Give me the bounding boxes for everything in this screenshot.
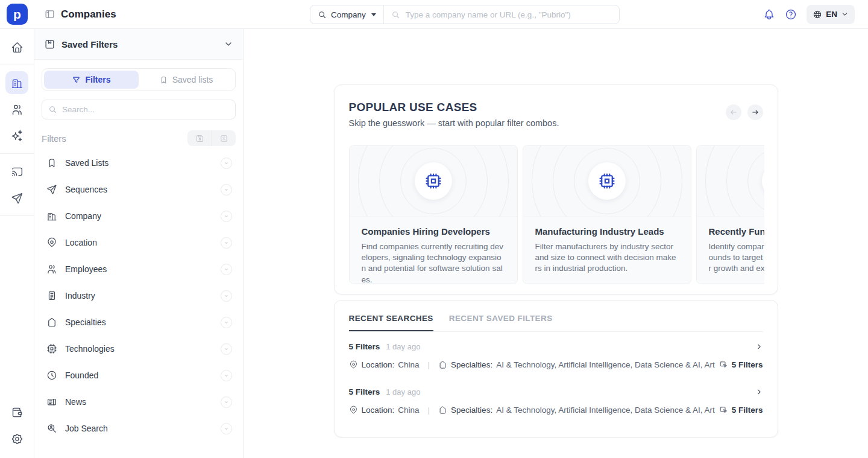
map-pin-icon (349, 406, 358, 415)
wallet-icon (11, 406, 24, 419)
saved-filters-header[interactable]: Saved Filters (34, 29, 243, 60)
filter-row-company[interactable]: Company (42, 203, 236, 229)
search-scope-dropdown[interactable]: Company (310, 5, 384, 24)
popular-title: POPULAR USE CASES (349, 101, 559, 114)
carousel-next-button[interactable] (747, 104, 763, 120)
cast-icon (11, 165, 24, 178)
cpu-icon (598, 172, 616, 190)
buildings-icon (11, 77, 24, 89)
expand-chevron-icon[interactable] (221, 423, 232, 434)
notifications-bell-icon[interactable] (763, 8, 775, 21)
expand-chevron-icon[interactable] (221, 290, 232, 302)
select-box-icon (719, 406, 728, 415)
filter-row-specialties[interactable]: Specialties (42, 309, 236, 336)
clear-filters-button[interactable] (212, 130, 236, 146)
use-case-card-manufacturing-leads[interactable]: Manufacturing Industry Leads Filter manu… (523, 145, 691, 284)
filter-row-founded[interactable]: Founded (42, 362, 236, 389)
sidebar-search-input[interactable] (62, 105, 229, 114)
recent-activity-panel: RECENT SEARCHES RECENT SAVED FILTERS 5 F… (334, 300, 778, 437)
home-icon (11, 41, 24, 54)
popular-subtitle: Skip the guesswork — start with popular … (349, 118, 559, 128)
map-pin-icon (349, 360, 358, 369)
recent-search-row[interactable]: 5 Filters 1 day ago Location: China | Sp… (349, 377, 763, 422)
save-icon (195, 134, 204, 143)
main-content: POPULAR USE CASES Skip the guesswork — s… (244, 0, 868, 437)
expand-chevron-icon[interactable] (221, 343, 232, 355)
clock-icon (46, 370, 57, 381)
expand-chevron-icon[interactable] (221, 264, 232, 275)
save-filters-button[interactable] (187, 130, 212, 146)
sparkles-icon (11, 130, 24, 142)
language-label: EN (826, 10, 837, 19)
saved-filters-title: Saved Filters (61, 39, 118, 49)
search-icon (318, 10, 327, 19)
panel-icon[interactable] (44, 8, 55, 20)
language-selector[interactable]: EN (807, 5, 855, 24)
expand-chevron-icon[interactable] (221, 237, 232, 249)
users-icon (11, 103, 24, 116)
expand-chevron-icon[interactable] (221, 211, 232, 222)
app-logo[interactable]: p (7, 4, 28, 25)
filter-row-job-search[interactable]: Job Search (42, 415, 236, 442)
rail-item-enrichment[interactable] (5, 124, 28, 147)
use-case-carousel: Companies Hiring Developers Find compani… (349, 145, 764, 284)
filter-row-technologies[interactable]: Technologies (42, 336, 236, 362)
rail-item-people[interactable] (5, 98, 28, 121)
rail-item-home[interactable] (5, 36, 28, 59)
tab-recent-saved-filters[interactable]: RECENT SAVED FILTERS (449, 314, 553, 331)
help-icon[interactable] (785, 8, 797, 21)
use-case-card-recently-funded[interactable]: Recently Funded Identify companies with … (696, 145, 764, 284)
expand-chevron-icon[interactable] (221, 370, 232, 381)
select-box-icon (719, 360, 728, 369)
rail-item-broadcast[interactable] (5, 160, 28, 183)
tab-saved-lists[interactable]: Saved lists (139, 71, 233, 89)
expand-chevron-icon[interactable] (221, 184, 232, 196)
rail-item-sequences[interactable] (5, 186, 28, 209)
sidebar-tabs: Filters Saved lists (42, 68, 236, 91)
shield-icon (46, 317, 57, 328)
expand-chevron-icon[interactable] (221, 157, 232, 169)
expand-chevron-icon[interactable] (221, 396, 232, 408)
filter-list: Saved Lists Sequences Company Location E (42, 150, 236, 442)
industry-icon (46, 290, 57, 301)
filter-row-employees[interactable]: Employees (42, 256, 236, 282)
bookmark-icon (159, 75, 168, 84)
caret-down-icon (371, 13, 376, 16)
filters-count-badge: 5 Filters (719, 406, 763, 415)
globe-icon (813, 10, 822, 19)
tab-filters[interactable]: Filters (44, 71, 139, 89)
send-icon (11, 192, 24, 205)
rail-item-companies[interactable] (5, 71, 28, 94)
filter-row-industry[interactable]: Industry (42, 282, 236, 309)
company-search-input[interactable] (406, 10, 612, 19)
recent-search-row[interactable]: 5 Filters 1 day ago Location: China | Sp… (349, 332, 763, 377)
rail-item-settings[interactable] (5, 427, 28, 450)
rail-item-wallet[interactable] (5, 401, 28, 424)
chevron-right-icon[interactable] (755, 388, 763, 396)
search-icon (391, 10, 400, 19)
icon-rail (0, 29, 34, 458)
cpu-icon (46, 343, 57, 354)
carousel-prev-button[interactable] (726, 104, 741, 120)
filter-row-location[interactable]: Location (42, 229, 236, 256)
users-icon (46, 264, 57, 275)
job-search-icon (46, 423, 57, 434)
tab-recent-searches[interactable]: RECENT SEARCHES (349, 314, 433, 331)
filters-sidebar: Saved Filters Filters Saved lists Filter… (34, 29, 244, 458)
filters-section-label: Filters (42, 133, 66, 144)
sidebar-search (42, 100, 236, 119)
expand-chevron-icon[interactable] (221, 317, 232, 328)
clear-icon (219, 134, 228, 143)
use-case-card-hiring-developers[interactable]: Companies Hiring Developers Find compani… (349, 145, 518, 284)
saved-filters-icon (44, 39, 55, 50)
popular-use-cases-panel: POPULAR USE CASES Skip the guesswork — s… (334, 84, 778, 294)
map-pin-icon (46, 237, 57, 248)
chevron-right-icon[interactable] (755, 343, 763, 351)
chevron-down-icon (224, 39, 233, 49)
global-search: Company (310, 5, 620, 24)
filter-row-sequences[interactable]: Sequences (42, 176, 236, 203)
filter-row-saved-lists[interactable]: Saved Lists (42, 150, 236, 176)
arrow-left-icon (729, 108, 738, 116)
arrow-right-icon (751, 108, 760, 116)
filter-row-news[interactable]: News (42, 389, 236, 415)
